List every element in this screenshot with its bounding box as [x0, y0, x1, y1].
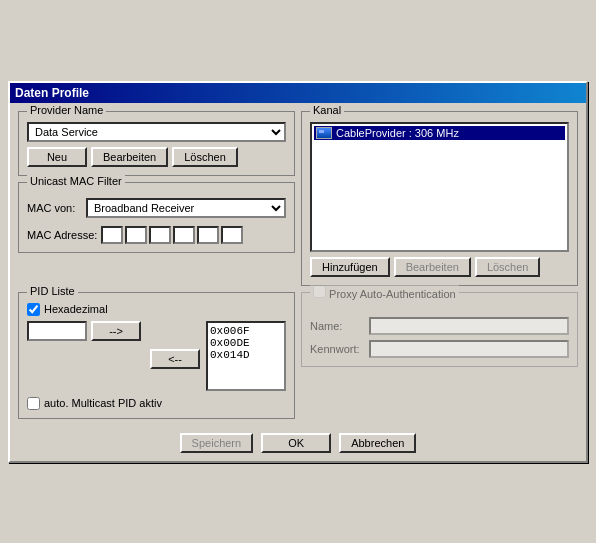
unicast-mac-label: Unicast MAC Filter [27, 175, 125, 187]
pid-input-field[interactable] [27, 321, 87, 341]
proxy-kennwort-label: Kennwort: [310, 343, 365, 355]
window-title: Daten Profile [15, 86, 89, 100]
mac-byte-1[interactable] [101, 226, 123, 244]
loeschen-button-provider[interactable]: Löschen [172, 147, 238, 167]
unicast-mac-group: Unicast MAC Filter MAC von: Broadband Re… [18, 182, 295, 253]
bearbeiten-button-provider[interactable]: Bearbeiten [91, 147, 168, 167]
mac-inputs [101, 226, 243, 244]
proxy-name-input[interactable] [369, 317, 569, 335]
proxy-name-label: Name: [310, 320, 365, 332]
mac-byte-4[interactable] [173, 226, 195, 244]
auto-multicast-checkbox[interactable] [27, 397, 40, 410]
neu-button[interactable]: Neu [27, 147, 87, 167]
ok-button[interactable]: OK [261, 433, 331, 453]
pid-value-2: 0x00DE [210, 337, 282, 349]
kanal-icon [316, 127, 332, 139]
speichern-button[interactable]: Speichern [180, 433, 254, 453]
provider-name-group: Provider Name Data Service Neu Bearbeite… [18, 111, 295, 176]
pid-value-1: 0x006F [210, 325, 282, 337]
pid-liste-label: PID Liste [27, 285, 78, 297]
mac-von-label: MAC von: [27, 202, 82, 214]
kanal-item-text: CableProvider : 306 MHz [336, 127, 459, 139]
auto-multicast-label: auto. Multicast PID aktiv [44, 397, 162, 409]
kanal-item[interactable]: CableProvider : 306 MHz [314, 126, 565, 140]
provider-select[interactable]: Data Service [27, 122, 286, 142]
proxy-group: Proxy Auto-Authentication Name: Kennwort… [301, 292, 578, 367]
mac-byte-5[interactable] [197, 226, 219, 244]
abbrechen-button[interactable]: Abbrechen [339, 433, 416, 453]
hexadezimal-checkbox[interactable] [27, 303, 40, 316]
pid-liste-group: PID Liste Hexadezimal --> <-- [18, 292, 295, 419]
provider-name-label: Provider Name [27, 104, 106, 116]
kanal-group: Kanal CableProvider : 306 MHz Hinzufügen… [301, 111, 578, 286]
loeschen-button-kanal[interactable]: Löschen [475, 257, 541, 277]
mac-byte-3[interactable] [149, 226, 171, 244]
pid-back-button[interactable]: <-- [150, 349, 200, 369]
mac-addr-label-text: MAC Adresse: [27, 229, 97, 241]
pid-list: 0x006F 0x00DE 0x014D [206, 321, 286, 391]
hexadezimal-label: Hexadezimal [44, 303, 108, 315]
hinzufuegen-button[interactable]: Hinzufügen [310, 257, 390, 277]
pid-value-3: 0x014D [210, 349, 282, 361]
mac-byte-2[interactable] [125, 226, 147, 244]
title-bar: Daten Profile [10, 83, 586, 103]
proxy-checkbox[interactable] [313, 285, 326, 298]
mac-byte-6[interactable] [221, 226, 243, 244]
pid-forward-button[interactable]: --> [91, 321, 141, 341]
proxy-kennwort-input[interactable] [369, 340, 569, 358]
proxy-label-header: Proxy Auto-Authentication [310, 285, 459, 300]
main-window: Daten Profile Provider Name Data Service… [8, 81, 588, 463]
mac-von-select[interactable]: Broadband Receiver [86, 198, 286, 218]
kanal-label: Kanal [310, 104, 344, 116]
kanal-list: CableProvider : 306 MHz [310, 122, 569, 252]
bearbeiten-button-kanal[interactable]: Bearbeiten [394, 257, 471, 277]
